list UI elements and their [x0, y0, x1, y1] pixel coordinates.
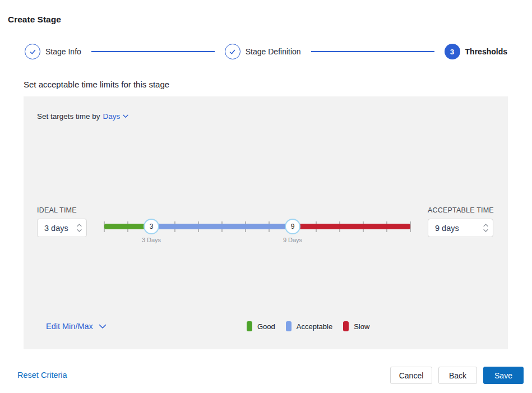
- slow-segment: [293, 224, 410, 229]
- cancel-button[interactable]: Cancel: [390, 367, 432, 384]
- targets-prefix: Set targets time by: [37, 112, 100, 121]
- ideal-handle-label: 3 Days: [132, 237, 171, 243]
- chevron-down-icon: [99, 324, 107, 329]
- acceptable-segment: [151, 224, 293, 229]
- ideal-time-label: IDEAL TIME: [37, 206, 87, 214]
- ideal-slider-handle[interactable]: 3: [144, 219, 159, 234]
- stepper-up-icon[interactable]: [77, 224, 82, 227]
- threshold-slider: 3 3 Days 9 9 Days: [104, 219, 410, 244]
- legend-label: Slow: [354, 322, 369, 331]
- acceptable-time-label: ACCEPTABLE TIME: [428, 206, 494, 214]
- step-label: Stage Definition: [246, 47, 301, 56]
- back-button[interactable]: Back: [438, 367, 477, 384]
- step-label: Stage Info: [45, 47, 81, 56]
- legend-item-acceptable: Acceptable: [286, 321, 332, 331]
- ideal-time-input[interactable]: 3 days: [37, 219, 87, 237]
- step-number-badge: 3: [445, 44, 460, 59]
- legend-item-slow: Slow: [343, 321, 369, 331]
- acceptable-handle-label: 9 Days: [273, 237, 312, 243]
- wizard-stepper: Stage Info Stage Definition 3 Thresholds: [25, 44, 507, 59]
- page-title: Create Stage: [8, 15, 61, 25]
- acceptable-swatch: [286, 321, 292, 331]
- stepper-connector: [91, 51, 215, 52]
- good-swatch: [247, 321, 252, 331]
- unit-dropdown[interactable]: Days: [103, 112, 129, 121]
- edit-minmax-label: Edit Min/Max: [46, 322, 93, 331]
- edit-minmax-link[interactable]: Edit Min/Max: [46, 322, 107, 331]
- stepper-connector: [311, 51, 434, 52]
- stepper-up-icon[interactable]: [483, 224, 488, 227]
- unit-dropdown-value: Days: [103, 112, 121, 121]
- acceptable-time-group: ACCEPTABLE TIME 9 days: [428, 206, 494, 237]
- ideal-time-value: 3 days: [44, 224, 77, 233]
- step-stage-definition[interactable]: Stage Definition: [225, 44, 301, 59]
- legend-label: Acceptable: [297, 322, 332, 331]
- stepper-down-icon[interactable]: [77, 229, 82, 232]
- chevron-down-icon: [123, 114, 128, 118]
- slow-swatch: [343, 321, 349, 331]
- acceptable-slider-handle[interactable]: 9: [285, 219, 300, 234]
- acceptable-time-value: 9 days: [435, 224, 483, 233]
- step-complete-icon: [25, 44, 40, 59]
- acceptable-time-input[interactable]: 9 days: [428, 219, 493, 237]
- step-label: Thresholds: [465, 47, 507, 56]
- ideal-time-group: IDEAL TIME 3 days: [37, 206, 87, 237]
- reset-criteria-link[interactable]: Reset Criteria: [17, 371, 67, 380]
- step-complete-icon: [225, 44, 240, 59]
- legend-label: Good: [257, 322, 275, 331]
- footer-buttons: Cancel Back Save: [390, 367, 524, 384]
- step-thresholds[interactable]: 3 Thresholds: [445, 44, 507, 59]
- slider-legend: Good Acceptable Slow: [247, 321, 369, 331]
- thresholds-panel: Set targets time by Days IDEAL TIME 3 da…: [24, 96, 508, 349]
- save-button[interactable]: Save: [483, 367, 524, 384]
- step-stage-info[interactable]: Stage Info: [25, 44, 81, 59]
- targets-row: Set targets time by Days: [37, 112, 128, 121]
- legend-item-good: Good: [247, 321, 275, 331]
- stepper-down-icon[interactable]: [483, 229, 488, 232]
- section-heading: Set acceptable time limits for this stag…: [24, 80, 169, 89]
